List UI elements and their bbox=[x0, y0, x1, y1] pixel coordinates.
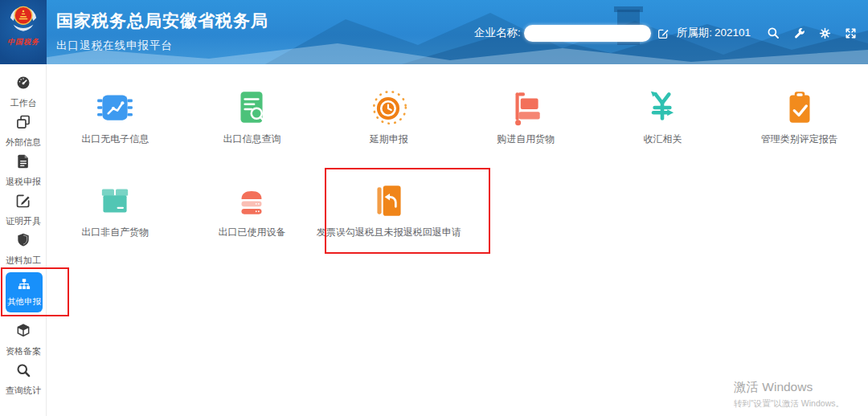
menu-item-label: 出口非自产货物 bbox=[81, 226, 149, 239]
sidebar-item-workbench[interactable]: 工作台 bbox=[0, 75, 47, 109]
menu-item-label: 出口已使用设备 bbox=[218, 226, 285, 239]
doc-search-icon bbox=[231, 87, 272, 128]
menu-item-deferred-declare[interactable]: 延期申报 bbox=[321, 87, 457, 146]
sidebar-item-label: 外部信息 bbox=[6, 137, 41, 149]
sidebar-item-label: 查询统计 bbox=[6, 385, 41, 397]
gear-icon[interactable] bbox=[819, 27, 831, 39]
header-toolbar: 企业名称: 所属期:202101 bbox=[474, 23, 857, 43]
watermark-line1: 激活 Windows bbox=[734, 379, 844, 396]
trolley-icon bbox=[506, 87, 546, 128]
book-return-icon bbox=[369, 180, 409, 222]
period: 所属期:202101 bbox=[677, 26, 753, 40]
sidebar-item-label: 其他申报 bbox=[7, 296, 41, 308]
period-value: 202101 bbox=[714, 27, 751, 39]
sitemap-icon bbox=[17, 277, 31, 295]
menu-item-label: 延期申报 bbox=[370, 133, 408, 146]
copy-icon bbox=[15, 114, 31, 133]
cube-icon bbox=[15, 323, 31, 342]
sidebar-item-other-declare[interactable]: 其他申报 bbox=[6, 272, 43, 312]
company-name-redacted bbox=[524, 25, 651, 42]
menu-item-label: 收汇相关 bbox=[643, 133, 682, 146]
app-header: 中国税务 国家税务总局安徽省税务局 出口退税在线申报平台 企业名称: 所属期:2… bbox=[0, 0, 868, 64]
company-name-label: 企业名称: bbox=[474, 26, 521, 40]
menu-item-category-report[interactable]: 管理类别评定报告 bbox=[731, 87, 868, 146]
edit-square-icon bbox=[15, 193, 31, 212]
logo: 中国税务 bbox=[0, 0, 47, 64]
logo-caption: 中国税务 bbox=[7, 37, 39, 47]
sidebar-item-label: 资格备案 bbox=[6, 345, 41, 357]
package-icon bbox=[95, 180, 135, 222]
menu-item-export-info-query[interactable]: 出口信息查询 bbox=[183, 87, 320, 146]
search-icon[interactable] bbox=[767, 27, 780, 39]
menu-row-1: 出口无电子信息 出口信息查询 延期申报 bbox=[47, 87, 868, 146]
edit-icon[interactable] bbox=[657, 27, 669, 39]
sidebar-item-external-info[interactable]: 外部信息 bbox=[0, 114, 47, 149]
windows-watermark: 激活 Windows 转到"设置"以激活 Windows。 bbox=[734, 379, 844, 410]
org-title: 国家税务总局安徽省税务局 bbox=[56, 10, 268, 32]
watermark-line2: 转到"设置"以激活 Windows。 bbox=[734, 398, 844, 410]
menu-item-invoice-rollback-request[interactable]: 发票误勾退税且未报退税回退申请 bbox=[321, 180, 457, 239]
clipboard-check-icon bbox=[780, 87, 820, 128]
sidebar-item-query-statistics[interactable]: 查询统计 bbox=[0, 362, 47, 397]
dashboard-icon bbox=[15, 75, 31, 94]
page: { "header": { "org_title": "国家税务总局安徽省税务局… bbox=[0, 0, 868, 416]
menu-item-used-equipment[interactable]: 出口已使用设备 bbox=[183, 180, 320, 239]
yuan-exchange-icon bbox=[642, 87, 682, 128]
sidebar-item-label: 证明开具 bbox=[6, 215, 41, 227]
header-titles: 国家税务总局安徽省税务局 出口退税在线申报平台 bbox=[56, 10, 268, 53]
platform-subtitle: 出口退税在线申报平台 bbox=[56, 39, 268, 53]
period-label: 所属期: bbox=[677, 27, 712, 39]
sidebar-item-refund-declare[interactable]: 退税申报 bbox=[0, 153, 47, 188]
sidebar-item-label: 工作台 bbox=[10, 97, 37, 109]
menu-item-label: 管理类别评定报告 bbox=[761, 133, 838, 146]
sidebar-item-qualification-filing[interactable]: 资格备案 bbox=[0, 323, 47, 357]
wrench-icon[interactable] bbox=[793, 27, 805, 39]
sidebar-item-certificate-issue[interactable]: 证明开具 bbox=[0, 193, 47, 227]
search-icon bbox=[15, 362, 31, 381]
chip-icon bbox=[95, 87, 135, 128]
fullscreen-icon[interactable] bbox=[845, 27, 857, 39]
menu-item-label: 出口信息查询 bbox=[223, 133, 280, 146]
menu-item-forex-receipt[interactable]: 收汇相关 bbox=[594, 87, 731, 146]
menu-item-label: 发票误勾退税且未报退税回退申请 bbox=[317, 226, 461, 239]
sidebar-item-label: 退税申报 bbox=[6, 176, 41, 188]
menu-item-label: 出口无电子信息 bbox=[81, 133, 149, 146]
server-icon bbox=[231, 180, 272, 222]
menu-item-self-use-goods[interactable]: 购进自用货物 bbox=[457, 87, 594, 146]
tax-emblem-icon bbox=[8, 4, 39, 36]
sidebar-item-label: 进料加工 bbox=[6, 255, 41, 267]
menu-item-non-self-produced[interactable]: 出口非自产货物 bbox=[47, 180, 183, 239]
menu-item-export-no-einfo[interactable]: 出口无电子信息 bbox=[47, 87, 183, 146]
sidebar-item-processing-trade[interactable]: 进料加工 bbox=[0, 232, 47, 267]
clock-icon bbox=[369, 87, 409, 128]
menu-row-2: 出口非自产货物 出口已使用设备 发票误勾退税且未报退税回退申请 bbox=[47, 180, 868, 239]
sidebar: 工作台 外部信息 退税申报 bbox=[0, 64, 47, 416]
menu-item-label: 购进自用货物 bbox=[497, 133, 555, 146]
shield-icon bbox=[15, 232, 31, 251]
document-icon bbox=[15, 153, 31, 173]
